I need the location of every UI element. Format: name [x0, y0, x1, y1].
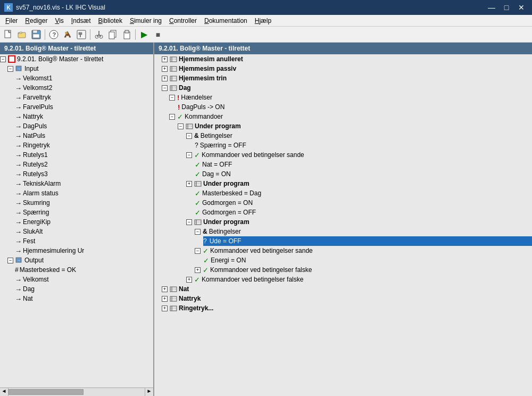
tree-under-program-1[interactable]: − Under program — [178, 121, 532, 131]
tree-tekniskalarm[interactable]: → TekniskAlarm — [15, 179, 153, 188]
expand-kommandoer-icon[interactable]: − — [169, 114, 175, 120]
tree-under-program-2[interactable]: + Under program — [186, 179, 532, 188]
tree-energi-on[interactable]: ✓ Energi = ON — [203, 255, 532, 265]
tree-dag-out[interactable]: → Dag — [15, 284, 153, 294]
tree-nat-off[interactable]: ✓ Nat = OFF — [195, 160, 532, 169]
new-button[interactable] — [2, 28, 15, 41]
tree-hjemmesim-ur[interactable]: → Hjemmesimulering Ur — [15, 246, 153, 255]
tree-dagpuls-on[interactable]: ! DagPuls -> ON — [178, 102, 532, 112]
tree-fest[interactable]: → Fest — [15, 236, 153, 246]
tree-nat-out[interactable]: → Nat — [15, 294, 153, 303]
menu-controller[interactable]: Controller — [166, 16, 200, 26]
tree-kommandoer-sande-1[interactable]: − ✓ Kommandoer ved betingelser sande — [186, 150, 532, 160]
tree-spaerring-off[interactable]: ? Spærring = OFF — [195, 141, 532, 150]
hscroll-left-btn[interactable]: ◄ — [0, 388, 9, 396]
menu-filer[interactable]: Filer — [2, 16, 21, 26]
tree-betingelser-1[interactable]: − & Betingelser — [186, 131, 532, 141]
tree-output-group[interactable]: − → Output — [7, 255, 153, 265]
hscroll-right-btn[interactable]: ► — [145, 388, 153, 396]
tree-farvelpuls[interactable]: → FarvelPuls — [15, 102, 153, 112]
build-button[interactable] — [61, 28, 74, 41]
tree-kommandoer-sande-2[interactable]: − ✓ Kommandoer ved betingelser sande — [195, 246, 532, 255]
expand-root-icon[interactable]: − — [0, 56, 6, 62]
tree-ringtryk[interactable]: → Ringetryk — [15, 141, 153, 150]
hscroll-thumb[interactable] — [9, 389, 84, 395]
menu-vis[interactable]: Vis — [52, 16, 66, 26]
tree-kommandoer[interactable]: − ✓ Kommandoer — [169, 112, 532, 121]
tree-rutelys2[interactable]: → Rutelys2 — [15, 160, 153, 169]
tree-input-group[interactable]: − → Input — [7, 64, 153, 73]
tree-velkomst2[interactable]: → Velkomst2 — [15, 83, 153, 93]
expand-kfalske2-icon[interactable]: + — [186, 277, 192, 283]
tree-kommandoer-falske-2[interactable]: + ✓ Kommandoer ved betingelser falske — [186, 275, 532, 284]
expand-hjemmesim-trin-icon[interactable]: + — [162, 76, 168, 81]
menu-indsaet[interactable]: Indsæt — [68, 16, 94, 26]
cut-button[interactable] — [93, 28, 105, 41]
close-button[interactable]: ✕ — [515, 3, 528, 12]
left-tree[interactable]: − 9.2.01. Bolig® Master - tilrettet − → — [0, 54, 153, 387]
tree-slukalt[interactable]: → SlukAlt — [15, 227, 153, 236]
tree-haendelser[interactable]: − ! Hændelser — [169, 93, 532, 102]
menu-hjaelp[interactable]: Hjælp — [252, 16, 275, 26]
tree-root[interactable]: − 9.2.01. Bolig® Master - tilrettet — [0, 54, 153, 64]
expand-ringetryk-icon[interactable]: + — [162, 306, 168, 311]
expand-hjemmesim-passiv-icon[interactable]: + — [162, 66, 168, 72]
expand-input-icon[interactable]: − — [7, 66, 13, 72]
hscroll-track[interactable] — [9, 388, 145, 396]
tree-godmorgen-on[interactable]: ✓ Godmorgen = ON — [195, 198, 532, 208]
tree-ude-off-selected[interactable]: ? Ude = OFF — [203, 236, 532, 246]
tree-betingelser-2[interactable]: − & Betingelser — [195, 227, 532, 236]
tree-dag-on[interactable]: ✓ Dag = ON — [195, 169, 532, 179]
expand-nat-icon[interactable]: + — [162, 286, 168, 292]
tree-dagpuls[interactable]: → DagPuls — [15, 121, 153, 131]
tree-dag[interactable]: − Dag — [154, 83, 532, 93]
expand-under1-icon[interactable]: − — [178, 123, 184, 129]
tree-velkomst1[interactable]: → Velkomst1 — [15, 73, 153, 83]
left-hscroll[interactable]: ◄ ► — [0, 387, 153, 396]
expand-under3-icon[interactable]: − — [186, 219, 192, 225]
menu-rediger[interactable]: Rediger — [22, 16, 51, 26]
expand-output-icon[interactable]: − — [7, 258, 13, 263]
tree-skumring[interactable]: → Skumring — [15, 198, 153, 208]
expand-under2-icon[interactable]: + — [186, 181, 192, 187]
minimize-button[interactable]: — — [485, 3, 498, 12]
expand-kfalske1-icon[interactable]: + — [195, 267, 201, 273]
menu-simulering[interactable]: Simuler ing — [127, 16, 165, 26]
tree-under-program-3[interactable]: − Under program — [186, 217, 532, 227]
menu-bibliotek[interactable]: Bibliotek — [95, 16, 126, 26]
save-button[interactable] — [30, 28, 43, 41]
tree-natpuls[interactable]: → NatPuls — [15, 131, 153, 141]
open-button[interactable] — [16, 28, 29, 41]
expand-ksande1-icon[interactable]: − — [186, 152, 192, 158]
expand-bet1-icon[interactable]: − — [186, 133, 192, 139]
expand-hjemmesim-anulleret-icon[interactable]: + — [162, 56, 168, 62]
help-button[interactable]: ? — [47, 28, 60, 41]
tree-godmorgen-off[interactable]: ✓ Godmorgen = OFF — [195, 208, 532, 217]
tree-nattryk[interactable]: → Nattryk — [15, 112, 153, 121]
copy-button[interactable] — [106, 28, 119, 41]
tree-kommandoer-falske-1[interactable]: + ✓ Kommandoer ved betingelser falske — [195, 265, 532, 275]
tree-energikip[interactable]: → EnergiKip — [15, 217, 153, 227]
tree-alarmstatus[interactable]: → Alarm status — [15, 188, 153, 198]
tree-rutelys1[interactable]: → Rutelys1 — [15, 150, 153, 160]
tree-nattryk-program[interactable]: + Nattryk — [154, 294, 532, 303]
upload-button[interactable] — [75, 28, 88, 41]
tree-spaerring[interactable]: → Spærring — [15, 208, 153, 217]
tree-hjemmesim-anulleret[interactable]: + Hjemmesim anulleret — [154, 54, 532, 64]
maximize-button[interactable]: □ — [500, 3, 513, 12]
tree-ringetryk-program[interactable]: + Ringetryk... — [154, 303, 532, 313]
tree-farveltryk[interactable]: → Farveltryk — [15, 93, 153, 102]
expand-dag-icon[interactable]: − — [162, 85, 168, 91]
menu-dokumentation[interactable]: Dokumentation — [201, 16, 251, 26]
tree-masterbesked-dag[interactable]: ✓ Masterbesked = Dag — [195, 188, 532, 198]
tree-hjemmesim-trin[interactable]: + Hjemmesim trin — [154, 73, 532, 83]
right-tree[interactable]: + Hjemmesim anulleret + — [154, 54, 532, 396]
tree-velkomst-out[interactable]: → Velkomst — [15, 275, 153, 284]
expand-ksande2-icon[interactable]: − — [195, 248, 201, 254]
paste-button[interactable] — [120, 28, 133, 41]
expand-haendelser-icon[interactable]: − — [169, 95, 175, 101]
tree-masterbesked-ok[interactable]: # Masterbesked = OK — [15, 265, 153, 275]
run-button[interactable]: ▶ — [138, 28, 151, 41]
tree-nat[interactable]: + Nat — [154, 284, 532, 294]
expand-bet2-icon[interactable]: − — [195, 229, 201, 235]
